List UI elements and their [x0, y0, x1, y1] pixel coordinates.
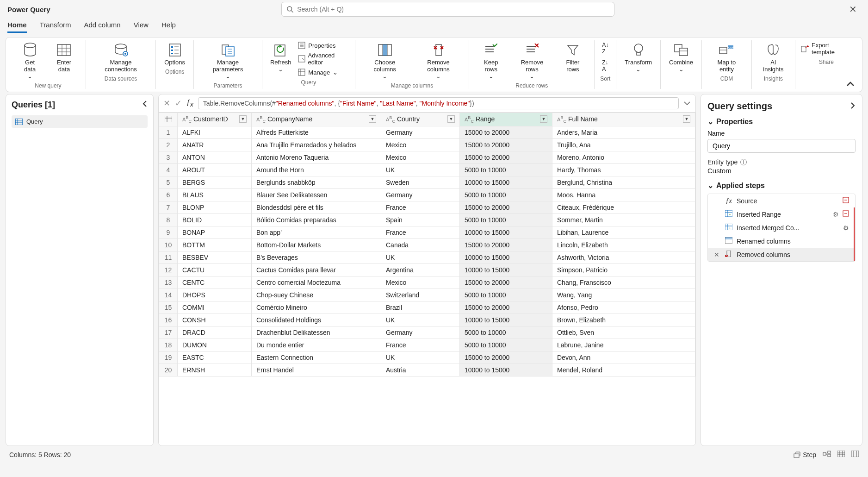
- combine-button[interactable]: Combine ⌄: [666, 40, 696, 74]
- table-row[interactable]: 19EASTCEastern ConnectionUK15000 to 2000…: [159, 351, 695, 364]
- applied-step[interactable]: +Inserted Range⚙: [708, 207, 855, 221]
- properties-section[interactable]: ⌄Properties: [707, 117, 856, 126]
- column-dropdown-icon[interactable]: ▼: [683, 115, 690, 123]
- row-number[interactable]: 12: [159, 264, 178, 276]
- table-cell[interactable]: Drachenblut Delikatessen: [252, 326, 381, 339]
- table-cell[interactable]: 5000 to 10000: [460, 164, 552, 176]
- table-row[interactable]: 9BONAPBon app'France10000 to 15000Libiha…: [159, 226, 695, 239]
- get-data-button[interactable]: Get data ⌄: [16, 40, 43, 81]
- table-cell[interactable]: 15000 to 20000: [460, 301, 552, 314]
- list-view-button[interactable]: [851, 451, 859, 458]
- table-cell[interactable]: BOTTM: [178, 239, 252, 251]
- table-cell[interactable]: DRACD: [178, 326, 252, 339]
- table-cell[interactable]: DUMON: [178, 339, 252, 351]
- table-cell[interactable]: Chang, Franscisco: [552, 276, 695, 289]
- table-cell[interactable]: Simpson, Patricio: [552, 264, 695, 276]
- table-cell[interactable]: 10000 to 15000: [460, 314, 552, 326]
- table-cell[interactable]: 15000 to 20000: [460, 151, 552, 164]
- table-row[interactable]: 11BESBEVB's BeveragesUK10000 to 15000Ash…: [159, 251, 695, 264]
- table-cell[interactable]: Alfreds Futterkiste: [252, 126, 381, 139]
- table-cell[interactable]: Sweden: [381, 176, 460, 189]
- table-cell[interactable]: BOLID: [178, 214, 252, 226]
- step-button[interactable]: Step: [794, 451, 816, 458]
- row-number[interactable]: 5: [159, 176, 178, 189]
- table-cell[interactable]: B's Beverages: [252, 251, 381, 264]
- row-number[interactable]: 6: [159, 189, 178, 201]
- table-cell[interactable]: Spain: [381, 214, 460, 226]
- table-cell[interactable]: Switzerland: [381, 289, 460, 301]
- table-cell[interactable]: France: [381, 339, 460, 351]
- column-header-customerid[interactable]: ABC CustomerID▼: [178, 113, 252, 126]
- row-number[interactable]: 11: [159, 251, 178, 264]
- table-cell[interactable]: Around the Horn: [252, 164, 381, 176]
- filter-rows-button[interactable]: Filter rows: [557, 40, 589, 74]
- table-cell[interactable]: Ashworth, Victoria: [552, 251, 695, 264]
- table-cell[interactable]: UK: [381, 164, 460, 176]
- collapse-ribbon-button[interactable]: [846, 81, 855, 88]
- table-cell[interactable]: Sommer, Martin: [552, 214, 695, 226]
- table-row[interactable]: 6BLAUSBlauer See DelikatessenGermany5000…: [159, 189, 695, 201]
- table-cell[interactable]: 15000 to 20000: [460, 126, 552, 139]
- column-header-fullname[interactable]: ABC Full Name▼: [552, 113, 695, 126]
- table-row[interactable]: 5BERGSBerglunds snabbköpSweden10000 to 1…: [159, 176, 695, 189]
- table-cell[interactable]: 5000 to 10000: [460, 289, 552, 301]
- column-header-range[interactable]: ABC Range▼: [460, 113, 552, 126]
- table-cell[interactable]: BONAP: [178, 226, 252, 239]
- table-cell[interactable]: France: [381, 201, 460, 214]
- properties-button[interactable]: Properties: [298, 40, 349, 50]
- table-cell[interactable]: Labrune, Janine: [552, 339, 695, 351]
- table-cell[interactable]: Germany: [381, 189, 460, 201]
- advanced-editor-button[interactable]: Advanced editor: [298, 50, 349, 67]
- table-cell[interactable]: Bólido Comidas preparadas: [252, 214, 381, 226]
- table-cell[interactable]: 15000 to 20000: [460, 201, 552, 214]
- table-row[interactable]: 7BLONPBlondesddsl pére et filsFrance1500…: [159, 201, 695, 214]
- applied-step[interactable]: Renamed columns: [708, 234, 855, 248]
- table-cell[interactable]: DHOPS: [178, 289, 252, 301]
- table-row[interactable]: 15COMMIComércio MineiroBrazil15000 to 20…: [159, 301, 695, 314]
- tab-add-column[interactable]: Add column: [84, 21, 120, 33]
- manage-parameters-button[interactable]: Manage parameters ⌄: [199, 40, 256, 81]
- remove-rows-button[interactable]: Remove rows ⌄: [512, 40, 552, 81]
- table-cell[interactable]: Devon, Ann: [552, 351, 695, 364]
- table-cell[interactable]: BLONP: [178, 201, 252, 214]
- table-cell[interactable]: Ottlieb, Sven: [552, 326, 695, 339]
- table-cell[interactable]: Bon app': [252, 226, 381, 239]
- table-cell[interactable]: ERNSH: [178, 364, 252, 377]
- accept-formula-button[interactable]: ✓: [175, 98, 182, 108]
- column-dropdown-icon[interactable]: ▼: [447, 115, 455, 123]
- table-cell[interactable]: Wang, Yang: [552, 289, 695, 301]
- table-cell[interactable]: Blauer See Delikatessen: [252, 189, 381, 201]
- table-cell[interactable]: Antonio Moreno Taqueria: [252, 151, 381, 164]
- table-row[interactable]: 13CENTCCentro comercial MoctezumaMexico1…: [159, 276, 695, 289]
- table-cell[interactable]: 5000 to 10000: [460, 339, 552, 351]
- table-cell[interactable]: Hardy, Thomas: [552, 164, 695, 176]
- gear-icon[interactable]: ⚙: [833, 211, 839, 218]
- map-entity-button[interactable]: CDM Map to entity: [707, 40, 746, 74]
- table-cell[interactable]: CONSH: [178, 314, 252, 326]
- table-cell[interactable]: Citeaux, Frédérique: [552, 201, 695, 214]
- tab-transform[interactable]: Transform: [40, 21, 71, 33]
- row-number[interactable]: 8: [159, 214, 178, 226]
- row-number[interactable]: 14: [159, 289, 178, 301]
- table-cell[interactable]: Mexico: [381, 276, 460, 289]
- table-cell[interactable]: 10000 to 15000: [460, 176, 552, 189]
- query-item[interactable]: Query: [12, 115, 148, 128]
- enter-data-button[interactable]: Enter data: [48, 40, 80, 74]
- column-dropdown-icon[interactable]: ▼: [540, 115, 547, 123]
- column-dropdown-icon[interactable]: ▼: [369, 115, 376, 123]
- table-cell[interactable]: Moos, Hanna: [552, 189, 695, 201]
- keep-rows-button[interactable]: Keep rows ⌄: [475, 40, 507, 81]
- table-cell[interactable]: Mexico: [381, 151, 460, 164]
- table-cell[interactable]: 5000 to 10000: [460, 189, 552, 201]
- table-cell[interactable]: 15000 to 20000: [460, 239, 552, 251]
- table-cell[interactable]: Brazil: [381, 301, 460, 314]
- row-number[interactable]: 9: [159, 226, 178, 239]
- table-cell[interactable]: Du monde entier: [252, 339, 381, 351]
- table-cell[interactable]: 5000 to 10000: [460, 326, 552, 339]
- table-cell[interactable]: Chop-suey Chinese: [252, 289, 381, 301]
- table-cell[interactable]: Libihan, Laurence: [552, 226, 695, 239]
- query-name-input[interactable]: [707, 139, 856, 153]
- table-cell[interactable]: Lincoln, Elizabeth: [552, 239, 695, 251]
- table-cell[interactable]: 15000 to 20000: [460, 276, 552, 289]
- table-row[interactable]: 3ANTONAntonio Moreno TaqueriaMexico15000…: [159, 151, 695, 164]
